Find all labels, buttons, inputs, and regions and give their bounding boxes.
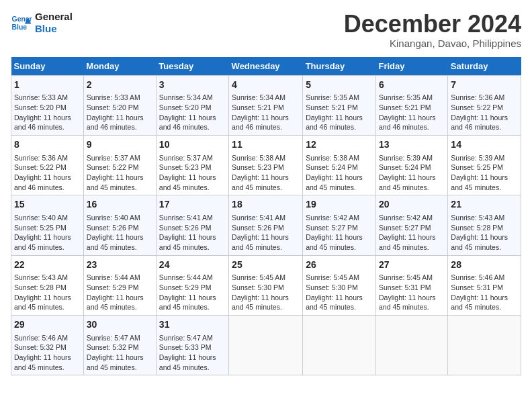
calendar-cell: 7Sunrise: 5:36 AMSunset: 5:22 PMDaylight… bbox=[448, 75, 521, 135]
day-number: 1 bbox=[14, 79, 81, 92]
calendar-body: 1Sunrise: 5:33 AMSunset: 5:20 PMDaylight… bbox=[11, 75, 521, 375]
calendar-cell: 29Sunrise: 5:46 AMSunset: 5:32 PMDayligh… bbox=[11, 315, 84, 375]
sunset-label: Sunset: 5:29 PM bbox=[159, 283, 212, 291]
calendar-cell: 16Sunrise: 5:40 AMSunset: 5:26 PMDayligh… bbox=[83, 195, 156, 255]
calendar-cell bbox=[229, 315, 303, 375]
day-info: Sunrise: 5:44 AMSunset: 5:29 PMDaylight:… bbox=[87, 273, 153, 312]
sunset-label: Sunset: 5:30 PM bbox=[232, 283, 284, 291]
sunrise-label: Sunrise: 5:39 AM bbox=[451, 154, 504, 162]
day-info: Sunrise: 5:33 AMSunset: 5:20 PMDaylight:… bbox=[87, 93, 153, 132]
daylight-label: Daylight: 11 hours and 46 minutes. bbox=[232, 113, 289, 132]
logo: General Blue General Blue bbox=[11, 11, 73, 35]
sunset-label: Sunset: 5:27 PM bbox=[306, 224, 358, 232]
day-info: Sunrise: 5:42 AMSunset: 5:27 PMDaylight:… bbox=[306, 213, 373, 253]
sunset-label: Sunset: 5:28 PM bbox=[451, 224, 503, 232]
sunrise-label: Sunrise: 5:45 AM bbox=[306, 273, 359, 281]
day-number: 20 bbox=[379, 198, 445, 212]
sunset-label: Sunset: 5:21 PM bbox=[306, 103, 358, 111]
day-info: Sunrise: 5:38 AMSunset: 5:23 PMDaylight:… bbox=[232, 153, 300, 193]
day-info: Sunrise: 5:42 AMSunset: 5:27 PMDaylight:… bbox=[379, 213, 445, 253]
calendar-cell: 27Sunrise: 5:45 AMSunset: 5:31 PMDayligh… bbox=[375, 255, 447, 315]
calendar-cell: 2Sunrise: 5:33 AMSunset: 5:20 PMDaylight… bbox=[83, 75, 156, 135]
calendar-cell: 4Sunrise: 5:34 AMSunset: 5:21 PMDaylight… bbox=[229, 75, 303, 135]
sunrise-label: Sunrise: 5:36 AM bbox=[14, 154, 68, 162]
daylight-label: Daylight: 11 hours and 45 minutes. bbox=[232, 173, 289, 191]
daylight-label: Daylight: 11 hours and 45 minutes. bbox=[87, 173, 144, 191]
calendar-cell: 5Sunrise: 5:35 AMSunset: 5:21 PMDaylight… bbox=[303, 75, 376, 135]
calendar-cell: 21Sunrise: 5:43 AMSunset: 5:28 PMDayligh… bbox=[448, 195, 521, 255]
calendar-cell: 19Sunrise: 5:42 AMSunset: 5:27 PMDayligh… bbox=[303, 195, 376, 255]
sunset-label: Sunset: 5:26 PM bbox=[159, 224, 212, 232]
day-number: 19 bbox=[306, 198, 373, 212]
day-number: 23 bbox=[87, 259, 153, 272]
daylight-label: Daylight: 11 hours and 45 minutes. bbox=[232, 293, 289, 312]
day-info: Sunrise: 5:47 AMSunset: 5:33 PMDaylight:… bbox=[159, 333, 226, 373]
daylight-label: Daylight: 11 hours and 46 minutes. bbox=[14, 173, 71, 191]
header-day-monday: Monday bbox=[83, 57, 156, 76]
calendar-cell: 22Sunrise: 5:43 AMSunset: 5:28 PMDayligh… bbox=[11, 255, 84, 315]
sunset-label: Sunset: 5:31 PM bbox=[451, 283, 503, 291]
day-info: Sunrise: 5:45 AMSunset: 5:30 PMDaylight:… bbox=[306, 273, 373, 312]
sunset-label: Sunset: 5:33 PM bbox=[159, 343, 212, 351]
sunrise-label: Sunrise: 5:38 AM bbox=[232, 154, 285, 162]
sunset-label: Sunset: 5:20 PM bbox=[14, 103, 66, 111]
sunset-label: Sunset: 5:25 PM bbox=[451, 163, 503, 171]
day-info: Sunrise: 5:47 AMSunset: 5:32 PMDaylight:… bbox=[87, 333, 153, 373]
day-info: Sunrise: 5:46 AMSunset: 5:31 PMDaylight:… bbox=[451, 273, 518, 312]
daylight-label: Daylight: 11 hours and 45 minutes. bbox=[379, 233, 436, 251]
calendar-cell: 3Sunrise: 5:34 AMSunset: 5:20 PMDaylight… bbox=[156, 75, 228, 135]
day-info: Sunrise: 5:41 AMSunset: 5:26 PMDaylight:… bbox=[232, 213, 300, 253]
daylight-label: Daylight: 11 hours and 45 minutes. bbox=[232, 233, 289, 251]
sunrise-label: Sunrise: 5:33 AM bbox=[87, 93, 140, 101]
sunset-label: Sunset: 5:24 PM bbox=[306, 163, 358, 171]
day-info: Sunrise: 5:33 AMSunset: 5:20 PMDaylight:… bbox=[14, 93, 81, 132]
sunset-label: Sunset: 5:21 PM bbox=[379, 103, 431, 111]
day-info: Sunrise: 5:34 AMSunset: 5:20 PMDaylight:… bbox=[159, 93, 226, 132]
day-info: Sunrise: 5:39 AMSunset: 5:24 PMDaylight:… bbox=[379, 153, 445, 193]
header-day-friday: Friday bbox=[375, 57, 447, 76]
sunset-label: Sunset: 5:20 PM bbox=[87, 103, 139, 111]
calendar-cell: 18Sunrise: 5:41 AMSunset: 5:26 PMDayligh… bbox=[229, 195, 303, 255]
day-number: 17 bbox=[159, 198, 226, 212]
calendar-week-2: 8Sunrise: 5:36 AMSunset: 5:22 PMDaylight… bbox=[11, 135, 521, 195]
daylight-label: Daylight: 11 hours and 45 minutes. bbox=[159, 293, 216, 312]
day-info: Sunrise: 5:35 AMSunset: 5:21 PMDaylight:… bbox=[379, 93, 445, 132]
daylight-label: Daylight: 11 hours and 45 minutes. bbox=[306, 233, 363, 251]
header-day-tuesday: Tuesday bbox=[156, 57, 228, 76]
month-title: December 2024 bbox=[344, 11, 521, 38]
location-subtitle: Kinangan, Davao, Philippines bbox=[344, 38, 521, 49]
daylight-label: Daylight: 11 hours and 45 minutes. bbox=[451, 293, 508, 312]
calendar-cell: 26Sunrise: 5:45 AMSunset: 5:30 PMDayligh… bbox=[303, 255, 376, 315]
day-info: Sunrise: 5:36 AMSunset: 5:22 PMDaylight:… bbox=[14, 153, 81, 193]
day-info: Sunrise: 5:45 AMSunset: 5:31 PMDaylight:… bbox=[379, 273, 445, 312]
calendar-week-5: 29Sunrise: 5:46 AMSunset: 5:32 PMDayligh… bbox=[11, 315, 521, 375]
daylight-label: Daylight: 11 hours and 45 minutes. bbox=[306, 173, 363, 191]
calendar-table: SundayMondayTuesdayWednesdayThursdayFrid… bbox=[11, 57, 521, 376]
day-number: 8 bbox=[14, 138, 81, 152]
day-number: 14 bbox=[451, 138, 518, 152]
daylight-label: Daylight: 11 hours and 45 minutes. bbox=[306, 293, 363, 312]
sunrise-label: Sunrise: 5:44 AM bbox=[87, 273, 140, 281]
daylight-label: Daylight: 11 hours and 46 minutes. bbox=[379, 113, 436, 132]
day-number: 26 bbox=[306, 259, 373, 272]
day-number: 16 bbox=[87, 198, 153, 212]
day-number: 21 bbox=[451, 198, 518, 212]
calendar-cell: 13Sunrise: 5:39 AMSunset: 5:24 PMDayligh… bbox=[375, 135, 447, 195]
daylight-label: Daylight: 11 hours and 46 minutes. bbox=[451, 113, 508, 132]
sunrise-label: Sunrise: 5:42 AM bbox=[379, 214, 433, 222]
calendar-cell: 10Sunrise: 5:37 AMSunset: 5:23 PMDayligh… bbox=[156, 135, 228, 195]
header: General Blue General Blue December 2024 … bbox=[11, 11, 521, 49]
sunset-label: Sunset: 5:26 PM bbox=[87, 224, 139, 232]
day-info: Sunrise: 5:41 AMSunset: 5:26 PMDaylight:… bbox=[159, 213, 226, 253]
sunset-label: Sunset: 5:22 PM bbox=[87, 163, 139, 171]
day-number: 27 bbox=[379, 259, 445, 272]
sunset-label: Sunset: 5:22 PM bbox=[451, 103, 503, 111]
sunrise-label: Sunrise: 5:44 AM bbox=[159, 273, 213, 281]
daylight-label: Daylight: 11 hours and 45 minutes. bbox=[87, 293, 144, 312]
day-info: Sunrise: 5:37 AMSunset: 5:22 PMDaylight:… bbox=[87, 153, 153, 193]
sunrise-label: Sunrise: 5:35 AM bbox=[306, 93, 359, 101]
calendar-week-1: 1Sunrise: 5:33 AMSunset: 5:20 PMDaylight… bbox=[11, 75, 521, 135]
sunrise-label: Sunrise: 5:40 AM bbox=[14, 214, 68, 222]
day-number: 7 bbox=[451, 79, 518, 92]
day-info: Sunrise: 5:36 AMSunset: 5:22 PMDaylight:… bbox=[451, 93, 518, 132]
